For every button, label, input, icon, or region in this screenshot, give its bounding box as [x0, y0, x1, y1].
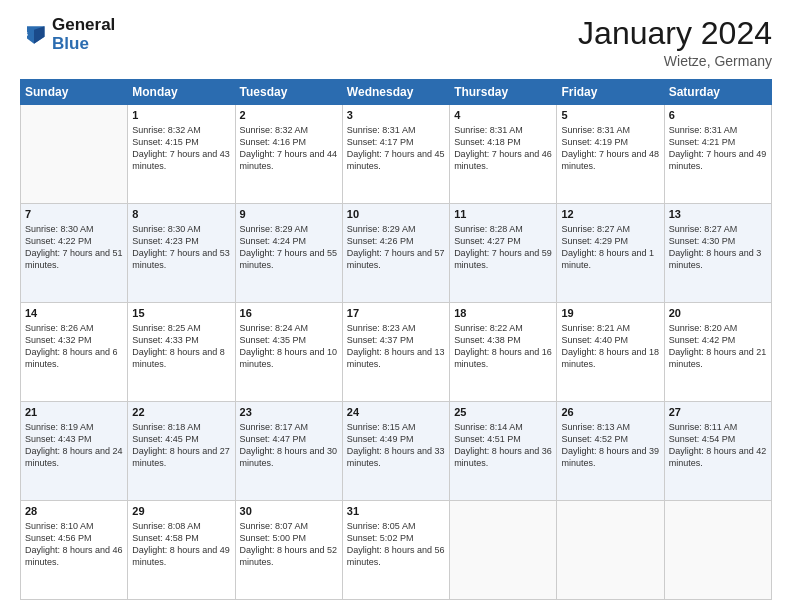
calendar-cell: 27Sunrise: 8:11 AMSunset: 4:54 PMDayligh…	[664, 402, 771, 501]
daylight-text: Daylight: 7 hours and 46 minutes.	[454, 148, 552, 172]
sunrise-text: Sunrise: 8:24 AM	[240, 322, 338, 334]
location: Wietze, Germany	[578, 53, 772, 69]
day-number: 28	[25, 504, 123, 519]
sunrise-text: Sunrise: 8:31 AM	[669, 124, 767, 136]
sunrise-text: Sunrise: 8:10 AM	[25, 520, 123, 532]
calendar-cell: 9Sunrise: 8:29 AMSunset: 4:24 PMDaylight…	[235, 204, 342, 303]
calendar-cell	[664, 501, 771, 600]
weekday-header-row: SundayMondayTuesdayWednesdayThursdayFrid…	[21, 80, 772, 105]
daylight-text: Daylight: 8 hours and 42 minutes.	[669, 445, 767, 469]
day-number: 11	[454, 207, 552, 222]
calendar-cell: 22Sunrise: 8:18 AMSunset: 4:45 PMDayligh…	[128, 402, 235, 501]
day-number: 7	[25, 207, 123, 222]
weekday-thursday: Thursday	[450, 80, 557, 105]
calendar-cell: 29Sunrise: 8:08 AMSunset: 4:58 PMDayligh…	[128, 501, 235, 600]
calendar-cell: 13Sunrise: 8:27 AMSunset: 4:30 PMDayligh…	[664, 204, 771, 303]
sunrise-text: Sunrise: 8:18 AM	[132, 421, 230, 433]
calendar-cell: 19Sunrise: 8:21 AMSunset: 4:40 PMDayligh…	[557, 303, 664, 402]
daylight-text: Daylight: 8 hours and 49 minutes.	[132, 544, 230, 568]
week-row-5: 28Sunrise: 8:10 AMSunset: 4:56 PMDayligh…	[21, 501, 772, 600]
sunset-text: Sunset: 4:54 PM	[669, 433, 767, 445]
calendar-cell	[450, 501, 557, 600]
logo-text: General Blue	[52, 16, 115, 53]
calendar-cell: 2Sunrise: 8:32 AMSunset: 4:16 PMDaylight…	[235, 105, 342, 204]
daylight-text: Daylight: 8 hours and 56 minutes.	[347, 544, 445, 568]
page: G General Blue January 2024 Wietze, Germ…	[0, 0, 792, 612]
sunrise-text: Sunrise: 8:25 AM	[132, 322, 230, 334]
calendar-cell: 26Sunrise: 8:13 AMSunset: 4:52 PMDayligh…	[557, 402, 664, 501]
sunrise-text: Sunrise: 8:22 AM	[454, 322, 552, 334]
sunset-text: Sunset: 4:37 PM	[347, 334, 445, 346]
week-row-1: 1Sunrise: 8:32 AMSunset: 4:15 PMDaylight…	[21, 105, 772, 204]
day-number: 6	[669, 108, 767, 123]
calendar-cell: 18Sunrise: 8:22 AMSunset: 4:38 PMDayligh…	[450, 303, 557, 402]
calendar-cell: 7Sunrise: 8:30 AMSunset: 4:22 PMDaylight…	[21, 204, 128, 303]
calendar-cell: 5Sunrise: 8:31 AMSunset: 4:19 PMDaylight…	[557, 105, 664, 204]
calendar-cell: 24Sunrise: 8:15 AMSunset: 4:49 PMDayligh…	[342, 402, 449, 501]
daylight-text: Daylight: 7 hours and 49 minutes.	[669, 148, 767, 172]
sunrise-text: Sunrise: 8:11 AM	[669, 421, 767, 433]
weekday-sunday: Sunday	[21, 80, 128, 105]
sunset-text: Sunset: 4:24 PM	[240, 235, 338, 247]
daylight-text: Daylight: 8 hours and 6 minutes.	[25, 346, 123, 370]
daylight-text: Daylight: 8 hours and 13 minutes.	[347, 346, 445, 370]
sunset-text: Sunset: 4:32 PM	[25, 334, 123, 346]
sunrise-text: Sunrise: 8:19 AM	[25, 421, 123, 433]
daylight-text: Daylight: 8 hours and 3 minutes.	[669, 247, 767, 271]
day-number: 3	[347, 108, 445, 123]
calendar-cell	[557, 501, 664, 600]
day-number: 18	[454, 306, 552, 321]
calendar-cell: 11Sunrise: 8:28 AMSunset: 4:27 PMDayligh…	[450, 204, 557, 303]
calendar-cell: 23Sunrise: 8:17 AMSunset: 4:47 PMDayligh…	[235, 402, 342, 501]
sunrise-text: Sunrise: 8:29 AM	[240, 223, 338, 235]
day-number: 31	[347, 504, 445, 519]
daylight-text: Daylight: 8 hours and 36 minutes.	[454, 445, 552, 469]
daylight-text: Daylight: 8 hours and 10 minutes.	[240, 346, 338, 370]
sunset-text: Sunset: 4:17 PM	[347, 136, 445, 148]
day-number: 2	[240, 108, 338, 123]
daylight-text: Daylight: 8 hours and 30 minutes.	[240, 445, 338, 469]
day-number: 19	[561, 306, 659, 321]
sunrise-text: Sunrise: 8:08 AM	[132, 520, 230, 532]
day-number: 27	[669, 405, 767, 420]
daylight-text: Daylight: 7 hours and 59 minutes.	[454, 247, 552, 271]
sunset-text: Sunset: 4:42 PM	[669, 334, 767, 346]
logo-icon: G	[20, 21, 48, 49]
daylight-text: Daylight: 8 hours and 39 minutes.	[561, 445, 659, 469]
sunrise-text: Sunrise: 8:30 AM	[25, 223, 123, 235]
calendar-cell: 30Sunrise: 8:07 AMSunset: 5:00 PMDayligh…	[235, 501, 342, 600]
daylight-text: Daylight: 8 hours and 52 minutes.	[240, 544, 338, 568]
day-number: 16	[240, 306, 338, 321]
week-row-2: 7Sunrise: 8:30 AMSunset: 4:22 PMDaylight…	[21, 204, 772, 303]
sunrise-text: Sunrise: 8:30 AM	[132, 223, 230, 235]
calendar-cell: 28Sunrise: 8:10 AMSunset: 4:56 PMDayligh…	[21, 501, 128, 600]
daylight-text: Daylight: 8 hours and 16 minutes.	[454, 346, 552, 370]
daylight-text: Daylight: 7 hours and 57 minutes.	[347, 247, 445, 271]
sunrise-text: Sunrise: 8:27 AM	[561, 223, 659, 235]
sunrise-text: Sunrise: 8:27 AM	[669, 223, 767, 235]
calendar-cell: 14Sunrise: 8:26 AMSunset: 4:32 PMDayligh…	[21, 303, 128, 402]
calendar-cell: 6Sunrise: 8:31 AMSunset: 4:21 PMDaylight…	[664, 105, 771, 204]
calendar-cell: 17Sunrise: 8:23 AMSunset: 4:37 PMDayligh…	[342, 303, 449, 402]
sunrise-text: Sunrise: 8:14 AM	[454, 421, 552, 433]
sunset-text: Sunset: 4:21 PM	[669, 136, 767, 148]
weekday-saturday: Saturday	[664, 80, 771, 105]
header: G General Blue January 2024 Wietze, Germ…	[20, 16, 772, 69]
sunset-text: Sunset: 4:26 PM	[347, 235, 445, 247]
day-number: 21	[25, 405, 123, 420]
sunrise-text: Sunrise: 8:21 AM	[561, 322, 659, 334]
daylight-text: Daylight: 7 hours and 48 minutes.	[561, 148, 659, 172]
sunset-text: Sunset: 5:02 PM	[347, 532, 445, 544]
week-row-4: 21Sunrise: 8:19 AMSunset: 4:43 PMDayligh…	[21, 402, 772, 501]
day-number: 5	[561, 108, 659, 123]
daylight-text: Daylight: 8 hours and 21 minutes.	[669, 346, 767, 370]
calendar-cell: 20Sunrise: 8:20 AMSunset: 4:42 PMDayligh…	[664, 303, 771, 402]
sunset-text: Sunset: 4:40 PM	[561, 334, 659, 346]
day-number: 13	[669, 207, 767, 222]
calendar-cell: 25Sunrise: 8:14 AMSunset: 4:51 PMDayligh…	[450, 402, 557, 501]
sunset-text: Sunset: 4:19 PM	[561, 136, 659, 148]
sunset-text: Sunset: 4:45 PM	[132, 433, 230, 445]
sunset-text: Sunset: 4:51 PM	[454, 433, 552, 445]
calendar-table: SundayMondayTuesdayWednesdayThursdayFrid…	[20, 79, 772, 600]
calendar-cell	[21, 105, 128, 204]
